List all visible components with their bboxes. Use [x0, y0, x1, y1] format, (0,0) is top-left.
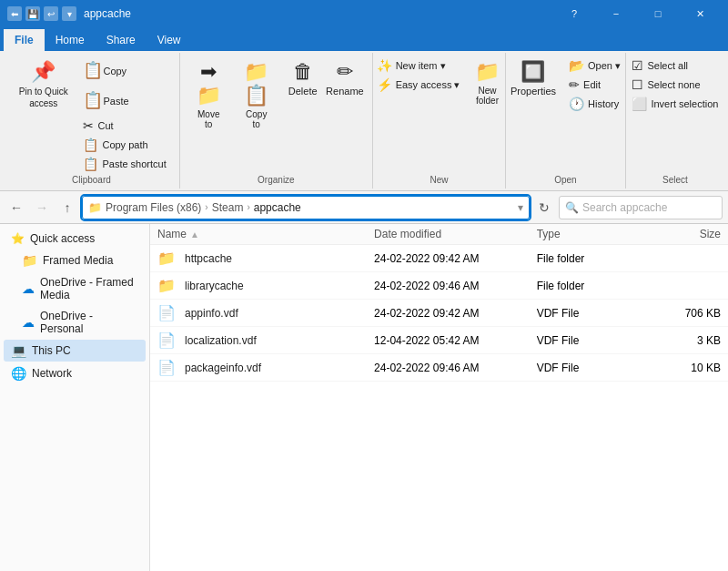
- new-item-button[interactable]: ✨ New item ▾: [371, 56, 466, 75]
- help-button[interactable]: ?: [553, 0, 595, 27]
- select-all-button[interactable]: ☑ Select all: [626, 56, 723, 75]
- address-bar[interactable]: 📁 Program Files (x86) › Steam › appcache…: [82, 196, 530, 219]
- clipboard-items: 📌 Pin to Quick access 📋 Copy 📋 Paste ✂ C…: [11, 56, 172, 173]
- col-name-header[interactable]: Name ▲: [157, 228, 374, 240]
- file-rows: 📁 httpcache 24-02-2022 09:42 AM File fol…: [150, 245, 728, 382]
- forward-button[interactable]: →: [31, 197, 53, 219]
- new-group: ✨ New item ▾ ⚡ Easy access ▾ 📁 Newfolder…: [373, 53, 506, 189]
- copy-to-button[interactable]: 📁📋 Copyto: [232, 56, 281, 133]
- onedrive-framed-label: OneDrive - Framed Media: [40, 276, 138, 301]
- search-placeholder: Search appcache: [582, 201, 667, 214]
- tab-share[interactable]: Share: [96, 29, 147, 51]
- file-name-cell: 📄 packageinfo.vdf: [157, 359, 374, 376]
- table-row[interactable]: 📄 localization.vdf 12-04-2022 05:42 AM V…: [150, 327, 728, 354]
- open-group: 🔲 Properties 📂 Open ▾ ✏ Edit 🕐 History O…: [506, 53, 626, 189]
- rename-button[interactable]: ✏ Rename: [325, 56, 365, 100]
- crumb-3[interactable]: appcache: [254, 201, 301, 214]
- table-row[interactable]: 📁 librarycache 24-02-2022 09:46 AM File …: [150, 272, 728, 300]
- star-icon: ⭐: [11, 232, 25, 245]
- main-layout: ⭐ Quick access 📁 Framed Media ☁ OneDrive…: [0, 224, 728, 571]
- paste-shortcut-icon: 📋: [83, 157, 98, 171]
- edit-button[interactable]: ✏ Edit: [563, 76, 626, 94]
- copy-icon: 📋: [83, 60, 103, 80]
- file-type-cell: VDF File: [537, 334, 645, 347]
- ribbon: 📌 Pin to Quick access 📋 Copy 📋 Paste ✂ C…: [0, 51, 728, 191]
- crumb-1[interactable]: Program Files (x86): [106, 201, 201, 214]
- cut-icon: ✂: [83, 118, 94, 133]
- copy-path-button[interactable]: 📋 Copy path: [77, 136, 171, 154]
- easy-access-button[interactable]: ⚡ Easy access ▾: [371, 76, 466, 94]
- this-pc-label: This PC: [32, 344, 71, 357]
- new-folder-button[interactable]: 📁 Newfolder: [467, 56, 507, 109]
- new-item-icon: ✨: [377, 58, 392, 73]
- file-type-cell: File folder: [537, 280, 645, 292]
- file-name: httpcache: [185, 252, 232, 265]
- invert-icon: ⬜: [632, 97, 647, 111]
- move-to-button[interactable]: ➡📁 Moveto: [187, 56, 230, 133]
- cloud-icon-framed: ☁: [22, 281, 35, 296]
- ribbon-tabs: File Home Share View: [0, 27, 728, 51]
- close-button[interactable]: ✕: [679, 0, 721, 27]
- minimize-button[interactable]: −: [595, 0, 637, 27]
- table-row[interactable]: 📁 httpcache 24-02-2022 09:42 AM File fol…: [150, 245, 728, 272]
- sidebar-item-this-pc[interactable]: 💻 This PC: [4, 340, 146, 362]
- select-none-button[interactable]: ☐ Select none: [626, 76, 723, 94]
- sidebar: ⭐ Quick access 📁 Framed Media ☁ OneDrive…: [0, 224, 150, 571]
- open-items: 🔲 Properties 📂 Open ▾ ✏ Edit 🕐 History: [505, 56, 626, 173]
- file-date-cell: 24-02-2022 09:46 AM: [374, 280, 537, 292]
- properties-icon: 🔲: [521, 60, 545, 84]
- tab-home[interactable]: Home: [45, 29, 96, 51]
- copy-paste-col: 📋 Copy 📋 Paste ✂ Cut 📋 Copy path 📋: [77, 56, 171, 173]
- sort-icon: ▲: [190, 229, 199, 240]
- col-date-header[interactable]: Date modified: [374, 228, 537, 240]
- sidebar-item-onedrive-framed[interactable]: ☁ OneDrive - Framed Media: [4, 272, 146, 305]
- history-button[interactable]: 🕐 History: [563, 95, 626, 113]
- network-label: Network: [32, 367, 72, 380]
- open-button[interactable]: 📂 Open ▾: [563, 56, 626, 75]
- select-label: Select: [662, 175, 688, 185]
- maximize-button[interactable]: □: [637, 0, 679, 27]
- tab-view[interactable]: View: [147, 29, 192, 51]
- search-box[interactable]: 🔍 Search appcache: [559, 196, 723, 219]
- up-button[interactable]: ↑: [56, 197, 78, 219]
- col-type-header[interactable]: Type: [537, 228, 645, 240]
- sidebar-item-network[interactable]: 🌐 Network: [4, 362, 146, 384]
- refresh-button[interactable]: ↻: [533, 197, 555, 219]
- tab-file[interactable]: File: [4, 29, 45, 51]
- paste-button[interactable]: 📋 Paste: [77, 87, 171, 116]
- paste-shortcut-button[interactable]: 📋 Paste shortcut: [77, 155, 171, 173]
- open-label: Open: [554, 175, 576, 185]
- edit-icon: ✏: [569, 77, 580, 92]
- file-name-cell: 📄 localization.vdf: [157, 331, 374, 349]
- col-size-header[interactable]: Size: [645, 228, 721, 240]
- select-group: ☑ Select all ☐ Select none ⬜ Invert sele…: [626, 53, 724, 189]
- dropdown-icon[interactable]: ▾: [62, 6, 76, 21]
- invert-selection-button[interactable]: ⬜ Invert selection: [626, 95, 723, 113]
- back-button[interactable]: ←: [5, 197, 27, 219]
- pin-to-quick-button[interactable]: 📌 Pin to Quick access: [11, 56, 76, 113]
- arrow-2: ›: [247, 202, 249, 212]
- network-icon: 🌐: [11, 366, 26, 381]
- title-bar: ⬅ 💾 ↩ ▾ appcache ? − □ ✕: [0, 0, 728, 27]
- history-icon: 🕐: [569, 97, 584, 111]
- clipboard-label: Clipboard: [72, 175, 111, 185]
- table-row[interactable]: 📄 packageinfo.vdf 24-02-2022 09:46 AM VD…: [150, 354, 728, 382]
- properties-button[interactable]: 🔲 Properties: [505, 56, 561, 100]
- file-icon: 📄: [157, 331, 176, 349]
- address-dropdown[interactable]: ▾: [518, 201, 523, 214]
- delete-button[interactable]: 🗑 Delete: [283, 56, 323, 100]
- organize-label: Organize: [258, 175, 295, 185]
- file-name: localization.vdf: [185, 334, 257, 347]
- new-items-col: ✨ New item ▾ ⚡ Easy access ▾: [371, 56, 466, 94]
- cut-button[interactable]: ✂ Cut: [77, 117, 171, 135]
- crumb-2[interactable]: Steam: [212, 201, 244, 214]
- table-row[interactable]: 📄 appinfo.vdf 24-02-2022 09:42 AM VDF Fi…: [150, 300, 728, 327]
- arrow-1: ›: [205, 202, 207, 212]
- sidebar-item-quick-access[interactable]: ⭐ Quick access: [4, 229, 146, 249]
- copy-button[interactable]: 📋 Copy: [77, 56, 171, 86]
- sidebar-item-framed-media[interactable]: 📁 Framed Media: [4, 250, 146, 271]
- file-name: librarycache: [185, 280, 244, 292]
- sidebar-item-onedrive-personal[interactable]: ☁ OneDrive - Personal: [4, 306, 146, 339]
- file-icon: 📁: [157, 277, 176, 294]
- move-icon: ➡📁: [193, 60, 225, 107]
